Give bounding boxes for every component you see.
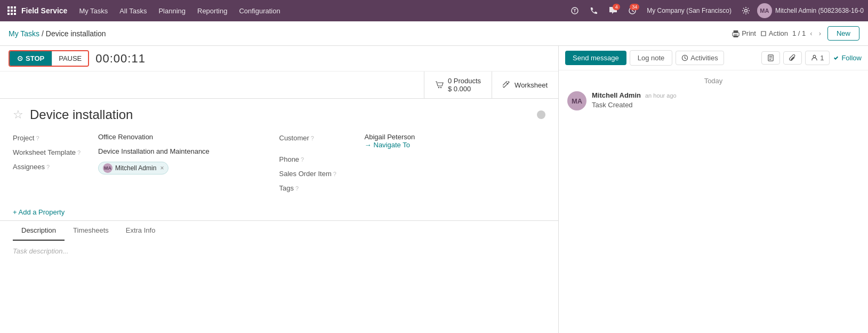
assignees-help-icon[interactable]: ? (46, 164, 50, 170)
form-area: ☆ Device installation Project ? Office R… (0, 99, 558, 270)
menu-my-tasks[interactable]: My Tasks (74, 5, 113, 17)
app-grid-icon[interactable] (4, 3, 19, 18)
pager-next[interactable]: › (817, 28, 823, 38)
customer-value: Abigail Peterson → Navigate To (365, 133, 546, 149)
worksheet-button[interactable]: Worksheet (492, 72, 558, 98)
svg-rect-5 (14, 10, 16, 12)
worksheet-template-row: Worksheet Template ? Device Installation… (13, 147, 279, 156)
message-content: Mitchell Admin an hour ago Task Created (592, 91, 859, 110)
message-avatar: MA (567, 91, 586, 110)
arrow-right-icon: → (365, 141, 372, 149)
pager-prev[interactable]: ‹ (808, 28, 814, 38)
clock-icon-btn[interactable]: 34 (624, 3, 640, 19)
customer-name[interactable]: Abigail Peterson (365, 133, 546, 141)
phone-icon-btn[interactable] (586, 3, 602, 19)
settings-icon-btn[interactable] (738, 3, 754, 19)
message-item: MA Mitchell Admin an hour ago Task Creat… (567, 91, 859, 110)
customer-row: Customer ? Abigail Peterson → Navigate T… (279, 133, 546, 149)
svg-rect-3 (7, 10, 10, 12)
star-icon[interactable]: ☆ (13, 108, 23, 122)
send-message-button[interactable]: Send message (565, 51, 626, 65)
description-area[interactable]: Task description... (13, 241, 545, 261)
breadcrumb-current: Device installation (46, 29, 106, 38)
user-name[interactable]: Mitchell Admin (50823638-16-0 (775, 7, 864, 14)
pager: 1 / 1 ‹ › (792, 28, 823, 38)
task-title: Device installation (30, 107, 133, 122)
phone-help-icon[interactable]: ? (301, 156, 304, 163)
chat-badge: 4 (613, 4, 620, 10)
worksheet-template-label: Worksheet Template ? (13, 147, 98, 156)
follow-button[interactable]: Follow (833, 54, 862, 62)
today-label: Today (567, 77, 859, 85)
svg-rect-4 (11, 10, 13, 12)
worksheet-template-value[interactable]: Device Installation and Maintenance (98, 147, 279, 155)
message-text: Task Created (592, 101, 859, 109)
svg-point-21 (813, 55, 816, 58)
products-value: $ 0.000 (448, 85, 481, 93)
project-label: Project ? (13, 133, 98, 142)
menu-configuration[interactable]: Configuration (234, 5, 285, 17)
assignees-value: MA Mitchell Admin × (98, 162, 279, 175)
log-note-button[interactable]: Log note (630, 50, 673, 66)
products-info: 0 Products $ 0.000 (448, 77, 481, 93)
status-dot[interactable] (537, 110, 545, 119)
worksheet-label: Worksheet (515, 81, 548, 89)
tags-help-icon[interactable]: ? (295, 185, 299, 192)
svg-point-18 (440, 87, 441, 88)
clock-badge: 34 (630, 4, 639, 10)
worksheet-template-help-icon[interactable]: ? (77, 149, 81, 156)
navigate-to-label: Navigate To (374, 141, 410, 149)
project-row: Project ? Office Renovation (13, 133, 279, 142)
menu-reporting[interactable]: Reporting (192, 5, 232, 17)
products-count: 0 Products (448, 77, 481, 85)
tab-extra-info[interactable]: Extra Info (117, 221, 164, 241)
action-button[interactable]: Action (760, 29, 788, 37)
main-layout: ⊙ STOP PAUSE 00:00:11 0 Products $ 0.000… (0, 46, 868, 333)
menu-all-tasks[interactable]: All Tasks (114, 5, 152, 17)
customer-help-icon[interactable]: ? (311, 135, 314, 141)
app-name[interactable]: Field Service (21, 6, 67, 15)
sales-order-help-icon[interactable]: ? (333, 171, 336, 177)
left-panel: ⊙ STOP PAUSE 00:00:11 0 Products $ 0.000… (0, 46, 559, 333)
top-navigation: Field Service My Tasks All Tasks Plannin… (0, 0, 868, 21)
form-right-section: Customer ? Abigail Peterson → Navigate T… (279, 133, 546, 204)
svg-rect-7 (11, 13, 13, 15)
activities-button[interactable]: Activities (676, 51, 724, 65)
assignee-tag[interactable]: MA Mitchell Admin × (98, 162, 168, 175)
project-help-icon[interactable]: ? (36, 135, 39, 141)
breadcrumb: My Tasks / Device installation (9, 29, 728, 38)
pause-button[interactable]: PAUSE (52, 51, 88, 66)
followers-btn[interactable]: 1 (805, 51, 830, 65)
user-avatar[interactable]: MA (757, 3, 772, 18)
print-button[interactable]: Print (732, 29, 756, 37)
company-name[interactable]: My Company (San Francisco) (644, 7, 735, 14)
new-button[interactable]: New (827, 26, 859, 41)
stop-button[interactable]: ⊙ STOP (10, 51, 52, 66)
notebook-icon-btn[interactable] (761, 51, 780, 65)
assignee-remove-icon[interactable]: × (160, 164, 164, 172)
followers-count: 1 (820, 54, 824, 62)
bug-icon-btn[interactable] (567, 3, 583, 19)
paperclip-icon-btn[interactable] (783, 51, 802, 65)
phone-row: Phone ? (279, 154, 546, 163)
products-button[interactable]: 0 Products $ 0.000 (424, 72, 492, 98)
follow-label: Follow (841, 54, 862, 62)
activities-label: Activities (690, 54, 718, 62)
breadcrumb-parent[interactable]: My Tasks (9, 29, 39, 38)
form-left-section: Project ? Office Renovation Worksheet Te… (13, 133, 279, 204)
action-bar: My Tasks / Device installation Print Act… (0, 21, 868, 46)
chatter-right: 1 Follow (761, 51, 862, 65)
tab-description[interactable]: Description (13, 221, 65, 241)
customer-label: Customer ? (279, 133, 365, 142)
chat-icon-btn[interactable]: 4 (605, 3, 621, 19)
project-value[interactable]: Office Renovation (98, 133, 279, 141)
menu-planning[interactable]: Planning (153, 5, 191, 17)
navigate-to-link[interactable]: → Navigate To (365, 141, 546, 149)
print-label: Print (742, 29, 756, 37)
action-label: Action (769, 29, 788, 37)
top-menu: My Tasks All Tasks Planning Reporting Co… (74, 5, 565, 17)
tab-timesheets[interactable]: Timesheets (65, 221, 117, 241)
svg-rect-0 (7, 6, 10, 9)
products-bar: 0 Products $ 0.000 Worksheet (0, 72, 558, 99)
add-property-link[interactable]: + Add a Property (13, 208, 545, 216)
